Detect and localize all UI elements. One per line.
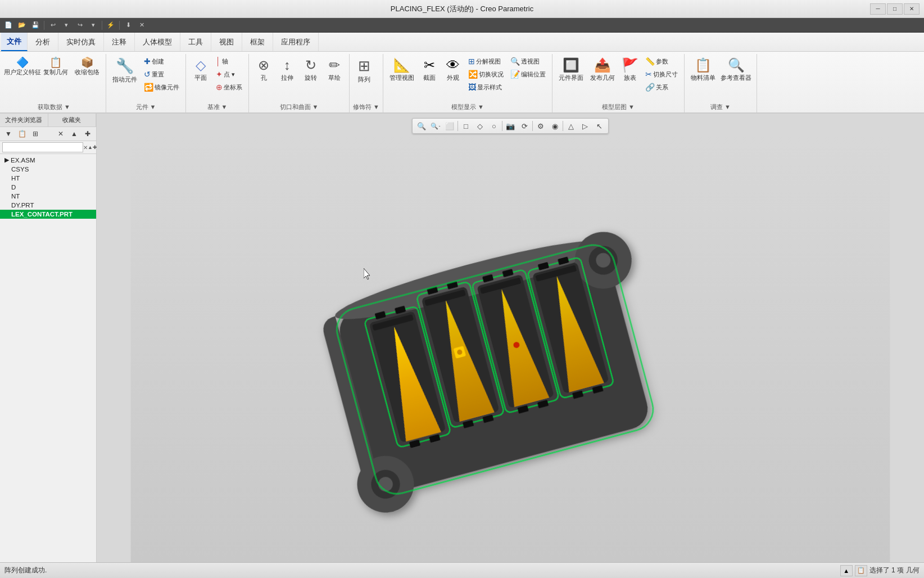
ribbon-btn-copy-geom[interactable]: 📋 复制几何: [40, 55, 71, 78]
separator-1: [44, 21, 44, 30]
menu-tab-file[interactable]: 文件: [1, 33, 28, 51]
regen-button[interactable]: ⚡: [105, 20, 117, 31]
ribbon-btn-revolve[interactable]: ↻ 旋转: [300, 55, 322, 84]
vt-arrow-back[interactable]: ↖: [592, 120, 606, 132]
sidebar-tb-list[interactable]: 📋: [16, 128, 28, 139]
redo-dropdown[interactable]: ▾: [87, 20, 99, 31]
ribbon-btn-view-manager[interactable]: 📐 管理视图: [387, 55, 417, 84]
ribbon-btn-plane[interactable]: ◇ 平面: [189, 55, 212, 84]
viewport[interactable]: 🔍 🔍- ⬜ □ ◇ ○ 📷 ⟳ ⚙ ◉ △ ▷ ↖: [97, 114, 924, 562]
vt-zoom-out[interactable]: 🔍-: [429, 120, 442, 132]
sidebar-tab-folders[interactable]: 文件夹浏览器: [0, 114, 48, 127]
ribbon-group-component-label[interactable]: 元件 ▼: [110, 101, 182, 112]
ribbon-group-model-layers-label[interactable]: 模型层图 ▼: [556, 101, 681, 112]
ribbon-btn-point[interactable]: ✦ 点 ▾: [213, 68, 245, 80]
ribbon-btn-params[interactable]: 📏 参数: [642, 55, 681, 67]
ribbon-btn-csys[interactable]: ⊕ 坐标系: [213, 81, 245, 93]
ribbon-btn-comp-iface[interactable]: 🔲 元件界面: [556, 55, 586, 84]
ribbon-btn-ref-viewer[interactable]: 🔍 参考查看器: [719, 55, 753, 84]
ribbon-btn-bom[interactable]: 📋 物料清单: [688, 55, 718, 84]
minimize-button[interactable]: ─: [870, 3, 886, 15]
ribbon-btn-array[interactable]: ⊞ 阵列: [353, 55, 375, 85]
vt-camera[interactable]: 📷: [504, 120, 517, 132]
ribbon-btns-investigate: 📋 物料清单 🔍 参考查看器: [688, 55, 753, 101]
sidebar-tab-favorites[interactable]: 收藏夹: [48, 114, 97, 127]
menu-tab-human[interactable]: 人体模型: [135, 33, 180, 51]
ribbon-group-cut-surface-label[interactable]: 切口和曲面 ▼: [252, 101, 346, 112]
ribbon-group-modifier-label[interactable]: 修饰符 ▼: [353, 101, 379, 112]
ribbon-btn-mirror[interactable]: 🔁 镜像元件: [141, 81, 182, 93]
open-button[interactable]: 📂: [16, 20, 28, 31]
ribbon-btn-display-style[interactable]: 🖼 显示样式: [465, 81, 506, 93]
ribbon-btn-extrude[interactable]: ↕ 拉伸: [276, 55, 298, 84]
ribbon-btn-create[interactable]: ✚ 创建: [141, 55, 182, 67]
tree-item-1[interactable]: CSYS: [0, 165, 96, 174]
undo-button[interactable]: ↩: [47, 20, 59, 31]
ribbon-btns-cut-surface: ⊗ 孔 ↕ 拉伸 ↻ 旋转 ✏ 草绘: [252, 55, 346, 101]
new-button[interactable]: 📄: [2, 20, 15, 31]
tree-item-2[interactable]: HT: [0, 174, 96, 183]
sidebar-tb-add[interactable]: ✚: [81, 128, 94, 139]
ribbon-btn-hole[interactable]: ⊗ 孔: [252, 55, 275, 84]
ribbon-btn-appearance[interactable]: 👁 外观: [442, 55, 464, 84]
status-btn-2[interactable]: 📋: [855, 565, 867, 576]
tree-item-4[interactable]: NT: [0, 192, 96, 201]
maximize-button[interactable]: □: [887, 3, 903, 15]
ribbon-btn-edit-pos[interactable]: 📝 编辑位置: [508, 68, 549, 80]
sidebar-tb-close[interactable]: ✕: [55, 128, 67, 139]
ribbon-group-model-display-label[interactable]: 模型显示 ▼: [387, 101, 549, 112]
vt-select-round[interactable]: ○: [487, 120, 501, 132]
vt-rotate[interactable]: ⟳: [518, 120, 531, 132]
undo-dropdown[interactable]: ▾: [60, 20, 73, 31]
save-button[interactable]: 💾: [29, 20, 42, 31]
sidebar-tb-up[interactable]: ▲: [68, 128, 80, 139]
ribbon-group-investigate-label[interactable]: 调查 ▼: [688, 101, 753, 112]
sidebar-tb-columns[interactable]: ⊞: [29, 128, 42, 139]
ribbon-group-datum-label[interactable]: 基准 ▼: [189, 101, 245, 112]
vt-zoom-fit[interactable]: ⬜: [443, 120, 456, 132]
vt-triangle[interactable]: △: [564, 120, 578, 132]
menu-tab-view[interactable]: 视图: [211, 33, 242, 51]
status-btn-1[interactable]: ▲: [840, 565, 853, 576]
vt-zoom-in[interactable]: 🔍: [415, 120, 428, 132]
vt-select-box[interactable]: □: [459, 120, 473, 132]
ribbon-group-get-data-label[interactable]: 获取数据 ▼: [6, 101, 102, 112]
sidebar-search-clear[interactable]: ✕: [83, 143, 88, 151]
ribbon-btn-explode[interactable]: ⊞ 分解视图: [465, 55, 506, 67]
ribbon-btn-axis[interactable]: │ 轴: [213, 55, 245, 67]
ribbon-btn-toggle-status[interactable]: 🔀 切换状况: [465, 68, 506, 80]
ribbon-btn-relation[interactable]: 🔗 关系: [642, 81, 681, 93]
tree-item-0[interactable]: ▶ EX.ASM: [0, 155, 96, 165]
ribbon-btn-shrinkwrap[interactable]: 📦 收缩包络: [72, 55, 102, 78]
vt-select-diamond[interactable]: ◇: [473, 120, 487, 132]
vt-play[interactable]: ▷: [578, 120, 592, 132]
menu-tab-apps[interactable]: 应用程序: [273, 33, 319, 51]
ribbon-btn-reset[interactable]: ↺ 重置: [141, 68, 182, 80]
menu-tab-tools[interactable]: 工具: [180, 33, 211, 51]
sidebar-tb-dropdown[interactable]: ▼: [2, 128, 15, 139]
customize-button[interactable]: ⬇: [122, 20, 134, 31]
ribbon-btn-assemble[interactable]: 🔧 指动元件: [110, 55, 140, 85]
menu-tab-framework[interactable]: 框架: [242, 33, 273, 51]
tree-item-5[interactable]: DY.PRT: [0, 201, 96, 210]
menu-tab-annotation[interactable]: 注释: [104, 33, 135, 51]
sidebar-search-expand[interactable]: ▲: [88, 143, 93, 152]
sidebar-search-input[interactable]: [2, 142, 83, 152]
tree-item-6[interactable]: LEX_CONTACT.PRT: [0, 210, 96, 219]
redo-button[interactable]: ↪: [74, 20, 86, 31]
menu-tab-analysis[interactable]: 分析: [28, 33, 58, 51]
ribbon-btn-publish-geom[interactable]: 📤 发布几何: [587, 55, 618, 84]
vt-settings[interactable]: ⚙: [534, 120, 547, 132]
close-button[interactable]: ✕: [904, 3, 920, 15]
close-tab-button[interactable]: ✕: [135, 20, 148, 31]
ribbon-btn-switch-dim[interactable]: ✂ 切换尺寸: [642, 68, 681, 80]
vt-target[interactable]: ◉: [548, 120, 561, 132]
menu-tab-simulation[interactable]: 实时仿真: [58, 33, 104, 51]
ribbon-btn-user-feature[interactable]: 🔷 用户定义特征: [6, 55, 39, 78]
ribbon-btn-sketch[interactable]: ✏ 草绘: [323, 55, 346, 84]
ribbon-btn-perspective[interactable]: 🔍 透视图: [508, 55, 549, 67]
tree-item-3[interactable]: D: [0, 183, 96, 192]
reset-icon: ↺: [144, 70, 151, 79]
ribbon-btn-section[interactable]: ✂ 截面: [418, 55, 441, 84]
ribbon-btn-family-table[interactable]: 🚩 族表: [619, 55, 641, 84]
